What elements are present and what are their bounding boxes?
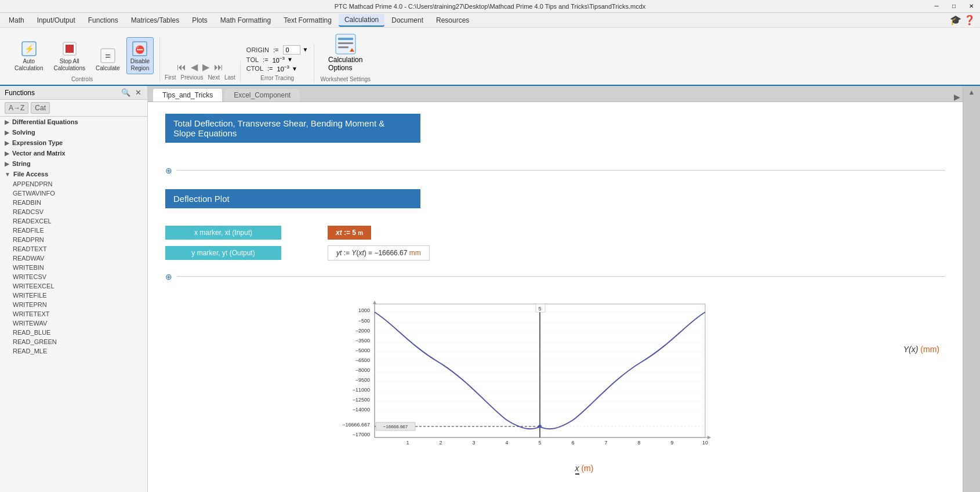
panel-controls: 🔍 ✕ (120, 88, 143, 97)
func-read-green[interactable]: READ_GREEN (0, 337, 147, 346)
func-appendprn[interactable]: APPENDPRN (0, 179, 147, 189)
previous-button[interactable]: ◀ (189, 61, 199, 73)
auto-calculation-button[interactable]: ⚡ AutoCalculation (10, 37, 47, 74)
func-getwavinfo[interactable]: GETWAVINFO (0, 189, 147, 198)
divider-row-1: ⊕ (165, 163, 945, 178)
origin-dropdown[interactable]: ▼ (303, 46, 308, 53)
tol-dropdown[interactable]: ▼ (287, 56, 293, 63)
category-string[interactable]: ▶ String (0, 158, 147, 169)
func-readtext[interactable]: READTEXT (0, 244, 147, 254)
stop-all-button[interactable]: Stop AllCalculations (49, 37, 89, 74)
category-vector[interactable]: ▶ Vector and Matrix (0, 148, 147, 158)
window-title: PTC Mathcad Prime 4.0 - C:\Users\trainin… (335, 3, 646, 10)
close-button[interactable]: ✕ (963, 0, 980, 13)
first-button[interactable]: ⏮ (175, 62, 188, 73)
svg-marker-40 (373, 301, 376, 304)
func-readwav[interactable]: READWAV (0, 254, 147, 263)
menu-document[interactable]: Document (386, 15, 429, 26)
menu-math[interactable]: Math (3, 15, 30, 26)
ribbon-nav-group: ⏮ ◀ ▶ ⏭ First Previous Next Last (160, 61, 241, 82)
menu-matrices[interactable]: Matrices/Tables (125, 15, 185, 26)
menu-functions[interactable]: Functions (82, 15, 124, 26)
func-readexcel[interactable]: READEXCEL (0, 216, 147, 226)
x-marker-label-text: x marker, xt (Input) (194, 229, 252, 237)
y-axis-function: Y(x) (903, 345, 919, 354)
category-solving[interactable]: ▶ Solving (0, 127, 147, 138)
y-marker-row: y marker, yt (Output) yt := Y(xt) = −166… (165, 245, 945, 261)
expand-icon-vector: ▶ (5, 150, 9, 157)
panel-search-icon[interactable]: 🔍 (120, 88, 132, 97)
category-expression[interactable]: ▶ Expression Type (0, 138, 147, 148)
x-marker-label: x marker, xt (Input) (165, 226, 281, 240)
svg-text:8: 8 (638, 440, 641, 446)
deflection-section-header: Deflection Plot (165, 189, 420, 208)
func-readprn[interactable]: READPRN (0, 235, 147, 244)
svg-text:7: 7 (605, 440, 608, 446)
restore-button[interactable]: □ (945, 0, 963, 13)
ribbon-controls-buttons: ⚡ AutoCalculation Stop AllCalculations =… (10, 37, 154, 74)
func-writecsv[interactable]: WRITECSV (0, 272, 147, 281)
sort-az-button[interactable]: A→Z (5, 102, 28, 114)
disable-region-button[interactable]: ⛔ DisableRegion (126, 37, 154, 74)
info-icon[interactable]: ❓ (964, 15, 975, 26)
disable-region-label: DisableRegion (130, 58, 150, 72)
menu-resources[interactable]: Resources (430, 15, 475, 26)
func-readfile[interactable]: READFILE (0, 226, 147, 235)
category-vector-label: Vector and Matrix (12, 150, 66, 157)
last-button[interactable]: ⏭ (212, 62, 225, 73)
func-writeexcel[interactable]: WRITEEXCEL (0, 281, 147, 291)
y-marker-value: yt := Y(xt) = −16666.67 mm (328, 245, 430, 261)
menu-text-formatting[interactable]: Text Formatting (278, 15, 337, 26)
next-button[interactable]: ▶ (201, 61, 211, 73)
x-axis-label: x (m) (229, 464, 939, 473)
calc-options-button[interactable]: CalculationOptions (324, 30, 366, 74)
func-writewav[interactable]: WRITEWAV (0, 319, 147, 328)
sort-category-button[interactable]: Cat (31, 102, 50, 114)
plot-container: 1000 −500 −2000 −3500 −5000 −6500 −8000 … (165, 292, 945, 479)
category-fileaccess[interactable]: ▼ File Access (0, 169, 147, 179)
controls-group-label: Controls (71, 76, 93, 82)
svg-text:−500: −500 (358, 318, 370, 324)
add-region-icon-2[interactable]: ⊕ (165, 272, 172, 281)
menu-math-formatting[interactable]: Math Formatting (215, 15, 277, 26)
func-readcsv[interactable]: READCSV (0, 207, 147, 216)
func-readbin[interactable]: READBIN (0, 198, 147, 207)
tab-tips-tricks[interactable]: Tips_and_Tricks (153, 88, 223, 102)
func-writeprn[interactable]: WRITEPRN (0, 300, 147, 309)
func-read-blue[interactable]: READ_BLUE (0, 328, 147, 337)
tab-bar: Tips_and_Tricks Excel_Component ▶ (148, 86, 963, 102)
section-header-text: Total Deflection, Transverse Shear, Bend… (173, 118, 384, 138)
tab-excel-component[interactable]: Excel_Component (224, 88, 300, 102)
sort-buttons: A→Z Cat (0, 100, 147, 117)
window-controls: ─ □ ✕ (928, 0, 980, 13)
help-icon[interactable]: 🎓 (950, 15, 961, 26)
scroll-up-arrow[interactable]: ▲ (968, 88, 975, 96)
ctol-row: CTOL := 10−3 ▼ (246, 64, 308, 73)
svg-text:3: 3 (473, 440, 476, 446)
title-bar: PTC Mathcad Prime 4.0 - C:\Users\trainin… (0, 0, 980, 13)
func-writebin[interactable]: WRITEBIN (0, 263, 147, 272)
menu-inputoutput[interactable]: Input/Output (31, 15, 81, 26)
left-panel: Functions 🔍 ✕ A→Z Cat ▶ Differential Equ… (0, 86, 148, 492)
menu-plots[interactable]: Plots (186, 15, 213, 26)
calculate-button[interactable]: = Calculate (92, 44, 124, 74)
menu-calculation[interactable]: Calculation (339, 14, 384, 27)
expand-icon-fileaccess: ▼ (5, 171, 10, 178)
ctol-dropdown[interactable]: ▼ (292, 66, 297, 72)
ctol-op: := (266, 65, 275, 72)
origin-input[interactable] (283, 45, 300, 55)
document-area[interactable]: Total Deflection, Transverse Shear, Bend… (148, 102, 963, 492)
category-differential[interactable]: ▶ Differential Equations (0, 117, 147, 127)
ribbon: ⚡ AutoCalculation Stop AllCalculations =… (0, 28, 980, 86)
minimize-button[interactable]: ─ (928, 0, 945, 13)
svg-text:−11000: −11000 (353, 387, 370, 393)
tab-scroll-right[interactable]: ▶ (952, 92, 963, 102)
func-read-mle[interactable]: READ_MLE (0, 346, 147, 356)
ctol-value: 10−3 (277, 64, 289, 73)
calc-options-label: CalculationOptions (328, 56, 362, 72)
func-writetext[interactable]: WRITETEXT (0, 309, 147, 319)
origin-row: ORIGIN := ▼ (246, 45, 308, 55)
panel-close-button[interactable]: ✕ (134, 88, 143, 97)
func-writefile[interactable]: WRITEFILE (0, 291, 147, 300)
add-region-icon-1[interactable]: ⊕ (165, 166, 172, 175)
